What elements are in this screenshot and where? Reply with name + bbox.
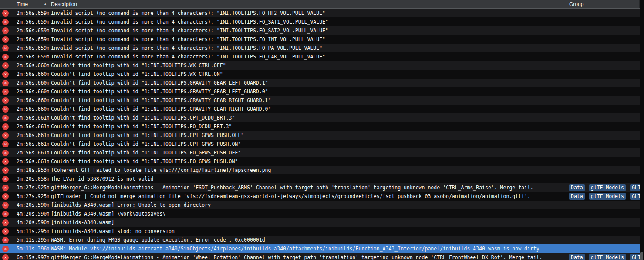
log-row[interactable]: ✕ 2m:56s.661m Couldn't find tooltip with… (0, 122, 640, 131)
log-description: Couldn't find tooltip with id "1:INI.TOO… (49, 157, 566, 166)
log-row[interactable]: ✕ 2m:56s.660m Couldn't find tooltip with… (0, 70, 640, 79)
error-icon: ✕ (2, 219, 9, 226)
log-row[interactable]: ✕ 2m:56s.660m Couldn't find tooltip with… (0, 79, 640, 87)
log-time: 4m:20s.590m (14, 201, 49, 209)
group-badge[interactable]: glTF Models (589, 193, 626, 200)
log-row[interactable]: ✕ 4m:20s.590m [inibuilds-A340.wasm] \wor… (0, 209, 640, 218)
log-row[interactable]: ✕ 2m:56s.661m Couldn't find tooltip with… (0, 140, 640, 148)
log-row[interactable]: ✕ 2m:56s.659m Invalid script (no command… (0, 9, 640, 17)
group-badge[interactable]: glTF Models (589, 254, 626, 260)
log-group (566, 244, 640, 253)
log-time: 2m:56s.659m (14, 9, 49, 17)
group-badge[interactable]: Data (569, 193, 585, 200)
log-time: 2m:56s.660m (14, 79, 49, 87)
log-time: 3m:27s.925m (14, 183, 49, 192)
log-row[interactable]: ✕ 3m:27s.925m glTFLoader | Could not mer… (0, 192, 640, 201)
group-badge[interactable]: GLTF (630, 254, 640, 260)
log-row[interactable]: ✕ 2m:56s.659m Invalid script (no command… (0, 17, 640, 26)
column-header-time[interactable]: Time ▲ (14, 0, 49, 8)
log-description: [inibuilds-A340.wasm] Error: Unable to o… (49, 201, 566, 209)
log-description: Invalid script (no command is more than … (49, 44, 566, 52)
vertical-scrollbar[interactable] (640, 0, 644, 260)
error-icon: ✕ (2, 19, 9, 25)
log-description: Couldn't find tooltip with id "1:INI.TOO… (49, 105, 566, 113)
log-group (566, 140, 640, 148)
error-icon: ✕ (2, 80, 9, 86)
log-group: DataglTF ModelsGLTF (566, 183, 640, 192)
group-badge[interactable]: glTF Models (589, 184, 626, 191)
error-icon: ✕ (2, 62, 9, 69)
log-time: 2m:56s.660m (14, 96, 49, 105)
log-time: 2m:56s.661m (14, 122, 49, 131)
log-group (566, 131, 640, 140)
log-time: 2m:56s.659m (14, 35, 49, 44)
column-header-group[interactable]: Group (566, 0, 640, 8)
log-description: The LVar id 536870912 is not valid (49, 174, 566, 183)
error-icon: ✕ (2, 185, 9, 191)
error-icon: ✕ (2, 211, 9, 217)
log-row[interactable]: ✕ 5m:11s.295m [inibuilds-A340.wasm] stod… (0, 227, 640, 236)
log-row[interactable]: ✕ 2m:56s.660m Couldn't find tooltip with… (0, 105, 640, 113)
error-icon: ✕ (2, 158, 9, 165)
log-row[interactable]: ✕ 2m:56s.659m Invalid script (no command… (0, 44, 640, 52)
group-badge[interactable]: GLTF (630, 193, 640, 200)
log-row[interactable]: ✕ 6m:15s.997m gltfMerger_G::MergeModelAn… (0, 253, 640, 260)
log-description: glTFLoader | Could not merge animation f… (49, 192, 566, 201)
log-description: Couldn't find tooltip with id "1:INI.TOO… (49, 131, 566, 140)
log-rows-container: ✕ 2m:56s.659m Invalid script (no command… (0, 9, 640, 260)
log-description: WASM: Module vfs://inibuilds-aircraft-a3… (49, 244, 566, 253)
log-row[interactable]: ✕ 2m:56s.660m Couldn't find tooltip with… (0, 87, 640, 96)
error-icon: ✕ (2, 89, 9, 95)
log-time: 2m:56s.661m (14, 113, 49, 122)
sort-ascending-icon[interactable]: ▲ (44, 3, 47, 6)
log-group (566, 236, 640, 244)
log-description: Invalid script (no command is more than … (49, 17, 566, 26)
log-row[interactable]: ✕ 3m:18s.953m [Coherent GT] Failed to lo… (0, 166, 640, 174)
error-icon: ✕ (2, 202, 9, 209)
group-badge[interactable]: Data (569, 184, 585, 191)
log-row[interactable]: ✕ 3m:27s.925m gltfMerger_G::MergeModelAn… (0, 183, 640, 192)
error-icon: ✕ (2, 237, 9, 243)
log-group (566, 44, 640, 52)
log-group (566, 166, 640, 174)
console-log-panel: Time ▲ Description Group ✕ 2m:56s.659m I… (0, 0, 644, 260)
log-description: Couldn't find tooltip with id "1:INI.TOO… (49, 113, 566, 122)
log-group (566, 61, 640, 70)
log-row[interactable]: ✕ 2m:56s.661m Couldn't find tooltip with… (0, 148, 640, 157)
group-badge[interactable]: Data (569, 254, 585, 260)
error-icon: ✕ (2, 115, 9, 121)
log-description: Invalid script (no command is more than … (49, 52, 566, 61)
error-icon: ✕ (2, 27, 9, 34)
log-row[interactable]: ✕ 3m:20s.058m The LVar id 536870912 is n… (0, 174, 640, 183)
log-row[interactable]: ✕ 2m:56s.659m Invalid script (no command… (0, 52, 640, 61)
log-group (566, 227, 640, 236)
log-row[interactable]: ✕ 2m:56s.661m Couldn't find tooltip with… (0, 157, 640, 166)
error-icon: ✕ (2, 71, 9, 78)
scrollbar-thumb[interactable] (640, 252, 643, 260)
log-row[interactable]: ✕ 2m:56s.660m Couldn't find tooltip with… (0, 61, 640, 70)
log-group: DataglTF ModelsGLTF (566, 192, 640, 201)
log-time: 5m:11s.295m (14, 236, 49, 244)
log-row[interactable]: ✕ 2m:56s.661m Couldn't find tooltip with… (0, 113, 640, 122)
log-description: gltfMerger_G::MergeModelAnimations - Ani… (49, 183, 566, 192)
group-badge[interactable]: GLTF (630, 184, 640, 191)
log-time: 4m:20s.590m (14, 218, 49, 227)
log-group (566, 174, 640, 183)
log-time: 5m:11s.295m (14, 227, 49, 236)
error-icon: ✕ (2, 254, 9, 260)
log-row[interactable]: ✕ 5m:11s.396m WASM: Module vfs://inibuil… (0, 244, 640, 253)
log-time: 5m:11s.396m (14, 244, 49, 253)
log-description: [inibuilds-A340.wasm] (49, 218, 566, 227)
log-row[interactable]: ✕ 2m:56s.660m Couldn't find tooltip with… (0, 96, 640, 105)
column-header-description[interactable]: Description (49, 0, 566, 8)
log-description: [Coherent GT] Failed to locate file vfs:… (49, 166, 566, 174)
log-row[interactable]: ✕ 4m:20s.590m [inibuilds-A340.wasm] (0, 218, 640, 227)
log-row[interactable]: ✕ 4m:20s.590m [inibuilds-A340.wasm] Erro… (0, 201, 640, 209)
log-row[interactable]: ✕ 5m:11s.295m WASM: Error during FMGS_ga… (0, 236, 640, 244)
log-time: 2m:56s.661m (14, 157, 49, 166)
log-group (566, 9, 640, 17)
log-row[interactable]: ✕ 2m:56s.659m Invalid script (no command… (0, 26, 640, 35)
log-group (566, 218, 640, 227)
log-row[interactable]: ✕ 2m:56s.661m Couldn't find tooltip with… (0, 131, 640, 140)
log-row[interactable]: ✕ 2m:56s.659m Invalid script (no command… (0, 35, 640, 44)
